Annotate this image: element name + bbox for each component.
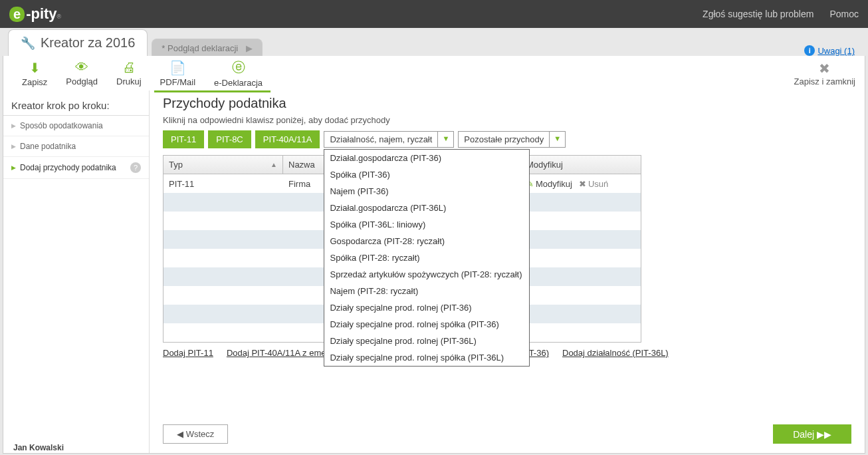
dd-activity: Działalność, najem, ryczałt ▼ Działal.go… xyxy=(324,131,454,148)
dd-item[interactable]: Działy specjalne prod. rolnej (PIT-36) xyxy=(324,299,529,316)
save-label: Zapisz xyxy=(22,77,47,87)
tri-icon: ▶ xyxy=(11,164,16,171)
income-buttons: PIT-11 PIT-8C PIT-40A/11A Działalność, n… xyxy=(163,130,851,148)
dd-other-arrow[interactable]: ▼ xyxy=(550,131,566,148)
user-name: Jan Kowalski xyxy=(13,443,64,452)
tab-kreator-label: Kreator za 2016 xyxy=(41,35,135,51)
top-links: Zgłoś sugestię lub problem Pomoc xyxy=(703,9,859,19)
delete-icon: ✖ xyxy=(579,179,586,189)
th-modify: Modyfikuj xyxy=(521,156,641,174)
tab-preview-label: * Podgląd deklaracji xyxy=(162,43,238,53)
suggest-link[interactable]: Zgłoś sugestię lub problem xyxy=(703,9,814,19)
dd-item[interactable]: Sprzedaż artykułów spożywczych (PIT-28: … xyxy=(324,266,529,283)
dd-item[interactable]: Spółka (PIT-36L: liniowy) xyxy=(324,216,529,233)
th-type[interactable]: Typ▲ xyxy=(163,156,283,174)
add-pit36l-link[interactable]: Dodaj działalność (PIT-36L) xyxy=(562,348,669,358)
pit40a-button[interactable]: PIT-40A/11A xyxy=(255,130,320,148)
cell-actions: ✎Modyfikuj ✖Usuń xyxy=(521,176,641,192)
nav-buttons: ◀ Wstecz Dalej ▶▶ xyxy=(163,424,851,444)
back-button[interactable]: ◀ Wstecz xyxy=(163,424,228,444)
pit11-button[interactable]: PIT-11 xyxy=(163,130,204,148)
sidebar-title: Kreator krok po kroku: xyxy=(3,96,149,116)
info-icon: i xyxy=(804,45,815,56)
step-label: Dodaj przychody podatnika xyxy=(20,163,116,172)
delete-button[interactable]: ✖Usuń xyxy=(579,179,608,189)
tabs: 🔧 Kreator za 2016 * Podgląd deklaracji ▶… xyxy=(0,28,868,56)
print-label: Drukuj xyxy=(116,76,142,86)
tab-preview[interactable]: * Podgląd deklaracji ▶ xyxy=(152,39,263,57)
play-icon: ▶ xyxy=(246,43,253,53)
help-icon[interactable]: ? xyxy=(130,162,141,173)
help-link[interactable]: Pomoc xyxy=(829,9,859,19)
th-label: Typ xyxy=(169,160,183,170)
save-button[interactable]: ⬇Zapisz xyxy=(13,60,56,87)
pit8c-button[interactable]: PIT-8C xyxy=(208,130,251,148)
delete-label: Usuń xyxy=(588,179,608,189)
preview-button[interactable]: 👁Podgląd xyxy=(56,60,107,86)
page-hint: Kliknij na odpowiedni klawisz poniżej, a… xyxy=(163,115,851,125)
main: Przychody podatnika Kliknij na odpowiedn… xyxy=(150,56,865,453)
step-taxpayer-data[interactable]: ▶Dane podatnika xyxy=(3,136,149,157)
step-taxation[interactable]: ▶Sposób opodatkowania xyxy=(3,116,149,136)
dd-activity-menu: Działal.gospodarcza (PIT-36) Spółka (PIT… xyxy=(324,149,530,367)
dd-item[interactable]: Działy specjalne prod. rolnej spółka (PI… xyxy=(324,349,529,366)
step-label: Sposób opodatkowania xyxy=(20,121,103,130)
dd-item[interactable]: Spółka (PIT-28: ryczałt) xyxy=(324,249,529,266)
cell-type: PIT-11 xyxy=(163,176,283,192)
dd-item[interactable]: Działal.gospodarcza (PIT-36L) xyxy=(324,200,529,216)
dd-item[interactable]: Działal.gospodarcza (PIT-36) xyxy=(324,150,529,166)
dd-item[interactable]: Najem (PIT-28: ryczałt) xyxy=(324,283,529,299)
dd-activity-button[interactable]: Działalność, najem, ryczałt xyxy=(324,131,438,148)
save-icon: ⬇ xyxy=(29,60,41,76)
remarks-link[interactable]: Uwagi (1) xyxy=(817,46,855,56)
remarks: i Uwagi (1) xyxy=(804,45,868,56)
dd-item[interactable]: Działy specjalne prod. rolnej spółka (PI… xyxy=(324,316,529,333)
tri-icon: ▶ xyxy=(11,143,16,150)
step-add-income[interactable]: ▶Dodaj przychody podatnika? xyxy=(3,157,149,179)
tri-icon: ▶ xyxy=(11,122,16,129)
panel: Kreator krok po kroku: ▶Sposób opodatkow… xyxy=(3,56,865,454)
print-icon: 🖨 xyxy=(122,60,136,75)
next-label: Dalej xyxy=(793,429,814,440)
wrench-icon: 🔧 xyxy=(21,36,35,51)
modify-button[interactable]: ✎Modyfikuj xyxy=(526,179,572,189)
dd-other-button[interactable]: Pozostałe przychody xyxy=(458,131,550,148)
dd-activity-arrow[interactable]: ▼ xyxy=(438,131,454,148)
step-label: Dane podatnika xyxy=(20,142,76,151)
tab-kreator[interactable]: 🔧 Kreator za 2016 xyxy=(8,29,148,56)
topbar: e-pity® Zgłoś sugestię lub problem Pomoc xyxy=(0,0,868,28)
dd-label: Działalność, najem, ryczałt xyxy=(330,134,432,144)
dd-item[interactable]: Najem (PIT-36) xyxy=(324,183,529,200)
preview-label: Podgląd xyxy=(66,76,98,86)
next-button[interactable]: Dalej ▶▶ xyxy=(773,424,851,444)
add-pit11-link[interactable]: Dodaj PIT-11 xyxy=(163,348,213,358)
dd-other: Pozostałe przychody ▼ xyxy=(458,131,566,148)
eye-icon: 👁 xyxy=(75,60,88,75)
page-title: Przychody podatnika xyxy=(163,96,851,111)
print-button[interactable]: 🖨Drukuj xyxy=(107,60,151,86)
dd-item[interactable]: Działy specjalne prod. rolnej (PIT-36L) xyxy=(324,333,529,349)
dd-item[interactable]: Gospodarcza (PIT-28: ryczałt) xyxy=(324,233,529,249)
dd-label: Pozostałe przychody xyxy=(464,134,544,144)
modify-label: Modyfikuj xyxy=(536,179,572,189)
logo: e-pity® xyxy=(9,5,61,23)
back-label: Wstecz xyxy=(186,429,215,439)
sidebar: Kreator krok po kroku: ▶Sposób opodatkow… xyxy=(3,56,150,453)
sort-icon: ▲ xyxy=(271,161,277,168)
dd-item[interactable]: Spółka (PIT-36) xyxy=(324,166,529,183)
